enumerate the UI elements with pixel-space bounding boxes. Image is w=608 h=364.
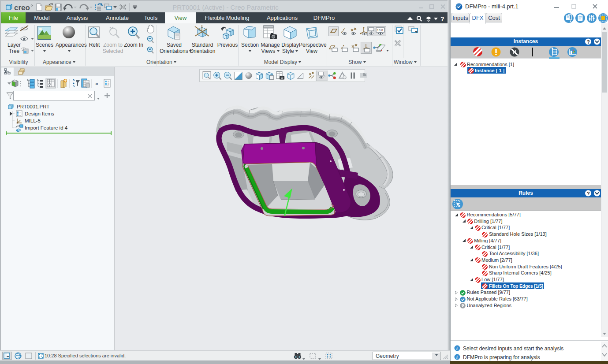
svg-text:?: ? — [440, 15, 444, 22]
svg-text:i: i — [456, 346, 458, 351]
svg-text:»: » — [95, 81, 98, 87]
svg-text:i: i — [456, 355, 458, 360]
svg-text:10.0: 10.0 — [377, 29, 383, 32]
svg-text:?: ? — [587, 191, 590, 196]
svg-text:?: ? — [587, 39, 590, 45]
